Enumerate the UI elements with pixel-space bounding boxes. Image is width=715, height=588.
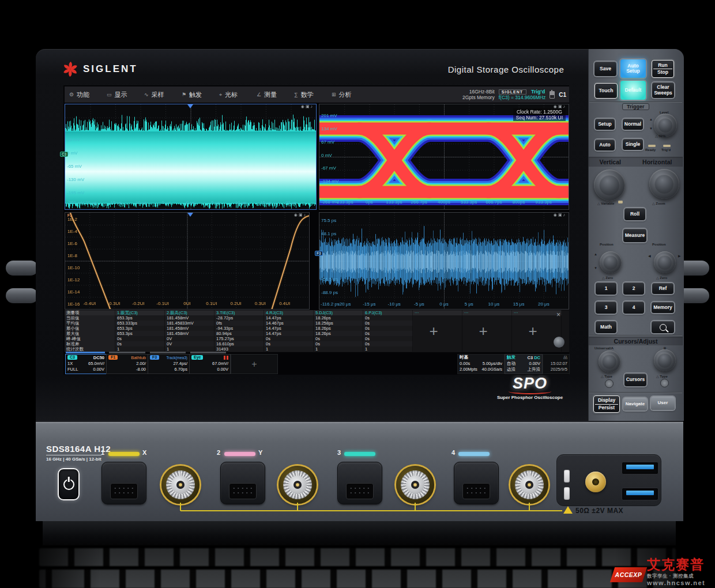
- fullscreen-icon[interactable]: ▣: [299, 213, 304, 217]
- menu-item-2[interactable]: ▭显示: [102, 86, 140, 103]
- panel-toolbar[interactable]: ◉▣♪: [554, 213, 566, 217]
- sound-icon[interactable]: ♪: [563, 213, 567, 217]
- window-tie-track[interactable]: F3 ◉▣♪ 75.5 ps48.1 ps-61.5 ps-88.9 ps-11…: [319, 212, 569, 310]
- trigger-position-marker[interactable]: [187, 213, 193, 217]
- push-knob-icon[interactable]: [660, 379, 669, 387]
- timebase-box[interactable]: 时基 0.00s 5.00μs/div 2.00Mpts 40.0GSa/s: [457, 354, 505, 374]
- menu-item-4[interactable]: ⚑触发: [177, 86, 215, 103]
- math-button[interactable]: Math: [596, 321, 616, 333]
- trace-f3-tag[interactable]: F3: [315, 251, 323, 256]
- table-column-header[interactable]: 2.眼高(C3): [165, 310, 215, 315]
- save-button[interactable]: Save: [594, 62, 616, 76]
- add-measurement-button[interactable]: +: [475, 323, 491, 340]
- table-column-header[interactable]: 1.眼宽(C3): [115, 310, 165, 315]
- window-select-indicator[interactable]: [190, 352, 226, 353]
- descriptor-c3[interactable]: C3 DC50 1X 65.0mV/ FULL 0.00V: [65, 354, 107, 374]
- menu-item-3[interactable]: ∿采样: [140, 86, 177, 103]
- fullscreen-icon[interactable]: ▣: [558, 104, 563, 108]
- fullscreen-icon[interactable]: ▣: [558, 213, 563, 217]
- panel-toolbar[interactable]: ◉▣♪: [294, 213, 307, 217]
- clock-box[interactable]: 品 15:02:07 2025/9/5: [543, 354, 570, 374]
- roll-button[interactable]: Roll: [624, 208, 645, 220]
- search-button[interactable]: [652, 321, 674, 333]
- table-column-header[interactable]: 6.PJ(C3): [363, 310, 413, 315]
- b-knob[interactable]: [654, 349, 676, 371]
- table-empty-header[interactable]: ···: [413, 310, 462, 315]
- window-select-indicator-active[interactable]: [66, 352, 105, 353]
- adjust-knob-icon[interactable]: [554, 337, 565, 348]
- clear-sweeps-button[interactable]: Clear Sweeps: [652, 82, 674, 98]
- add-measurement-button[interactable]: +: [426, 323, 442, 340]
- channel-1-button[interactable]: 1: [596, 282, 616, 295]
- window-select-indicator[interactable]: [109, 352, 145, 353]
- sound-icon[interactable]: ♪: [304, 213, 307, 217]
- default-button[interactable]: Default: [620, 81, 646, 100]
- descriptor-eye[interactable]: Eye 67.0mV/ 0.00V: [189, 354, 231, 374]
- menu-item-6[interactable]: ∠测量: [252, 86, 289, 103]
- window-channel-c3-waveform[interactable]: C3 ◉▣♪ 65 mV0 mV-65 mV-130 mV-195 mV-260…: [65, 104, 317, 210]
- menu-item-5[interactable]: ⌖光标: [215, 86, 252, 103]
- channel-indicator[interactable]: C1: [559, 92, 568, 98]
- trigger-single-button[interactable]: Single: [623, 139, 643, 150]
- add-trace-box[interactable]: +: [231, 354, 278, 374]
- window-eye-diagram[interactable]: Clock Rate: 1.2500G Seq Num: 27.510k UI …: [319, 104, 569, 210]
- push-knob-icon[interactable]: [605, 379, 614, 388]
- auto-setup-button[interactable]: Auto Setup: [620, 59, 646, 78]
- horizontal-position-knob[interactable]: [654, 251, 676, 273]
- window-select-indicator[interactable]: [150, 352, 186, 353]
- vertical-scale-knob[interactable]: [594, 169, 625, 201]
- trace-f1-tag[interactable]: F1: [66, 213, 73, 217]
- trigger-level-knob[interactable]: [654, 114, 677, 137]
- user-button[interactable]: User: [651, 397, 675, 410]
- window-bathtub-curve[interactable]: F1 ◉▣♪ 1E-21E-41E-61E-81E-101E-121E-141E…: [65, 212, 310, 310]
- table-cell: 18.26ps: [314, 315, 363, 321]
- channel-c3-tag[interactable]: C3: [60, 152, 68, 157]
- trigger-setup-button[interactable]: Setup: [595, 119, 615, 130]
- bathtub-canvas[interactable]: [65, 213, 309, 309]
- table-empty-header[interactable]: ···: [512, 310, 562, 315]
- trigger-box[interactable]: 触发 C3 DC 自动 0.00V 边沿 上升沿: [505, 354, 543, 374]
- memory-button[interactable]: Memory: [652, 302, 674, 313]
- f3-scale: 27.4ps/: [173, 361, 187, 366]
- run-stop-button[interactable]: Run Stop: [652, 60, 674, 78]
- trigger-position-marker[interactable]: [187, 104, 193, 108]
- close-table-icon[interactable]: ×: [556, 311, 560, 319]
- add-measurement-button[interactable]: +: [525, 323, 541, 340]
- channel-2-button[interactable]: 2: [623, 282, 644, 295]
- camera-icon[interactable]: ◉: [554, 104, 558, 108]
- menu-item-7[interactable]: ∑数学: [289, 86, 327, 103]
- sound-icon[interactable]: ♪: [563, 104, 567, 108]
- camera-icon[interactable]: ◉: [554, 213, 558, 217]
- navigate-button[interactable]: Navigate: [623, 398, 647, 410]
- touch-button[interactable]: Touch: [594, 83, 618, 99]
- camera-icon[interactable]: ◉: [301, 104, 306, 108]
- descriptor-f1[interactable]: F1 Bathtub 2.00/ -8.00: [106, 354, 148, 374]
- horizontal-scale-knob[interactable]: [649, 169, 679, 199]
- table-column-header[interactable]: 4.RJ(C3): [264, 310, 314, 315]
- channel-3-button[interactable]: 3: [596, 301, 616, 314]
- fullscreen-icon[interactable]: ▣: [306, 104, 311, 108]
- measure-button[interactable]: Measure: [623, 229, 646, 242]
- vertical-position-knob[interactable]: [600, 251, 622, 273]
- panel-toolbar[interactable]: ◉▣♪: [301, 104, 314, 109]
- table-empty-header[interactable]: ···: [462, 310, 512, 315]
- table-column-header[interactable]: 5.DJ(C3): [314, 310, 363, 315]
- sound-icon[interactable]: ♪: [311, 104, 314, 108]
- track-canvas[interactable]: [319, 213, 569, 309]
- camera-icon[interactable]: ◉: [294, 213, 299, 217]
- trigger-auto-button[interactable]: Auto: [595, 140, 615, 150]
- ref-button[interactable]: Ref: [652, 283, 673, 294]
- cursors-button[interactable]: Cursors: [624, 374, 646, 386]
- c3-waveform-canvas[interactable]: [65, 104, 316, 209]
- channel-4-button[interactable]: 4: [623, 301, 644, 314]
- power-button[interactable]: [58, 468, 80, 500]
- universal-a-knob[interactable]: [599, 350, 620, 372]
- display-persist-button[interactable]: Display Persist: [593, 395, 620, 413]
- menu-item-8[interactable]: ⊞分析: [327, 86, 364, 103]
- trigger-normal-button[interactable]: Normal: [623, 119, 643, 130]
- descriptor-f3[interactable]: F3 Track(mea3) 27.4ps/ 6.70ps: [148, 354, 190, 374]
- menu-item-1[interactable]: ⚙功能: [65, 86, 102, 103]
- axis-label: -133.3ps: [336, 200, 353, 205]
- table-column-header[interactable]: 3.TIE(C3): [215, 310, 264, 315]
- panel-toolbar[interactable]: ◉▣♪: [554, 104, 566, 109]
